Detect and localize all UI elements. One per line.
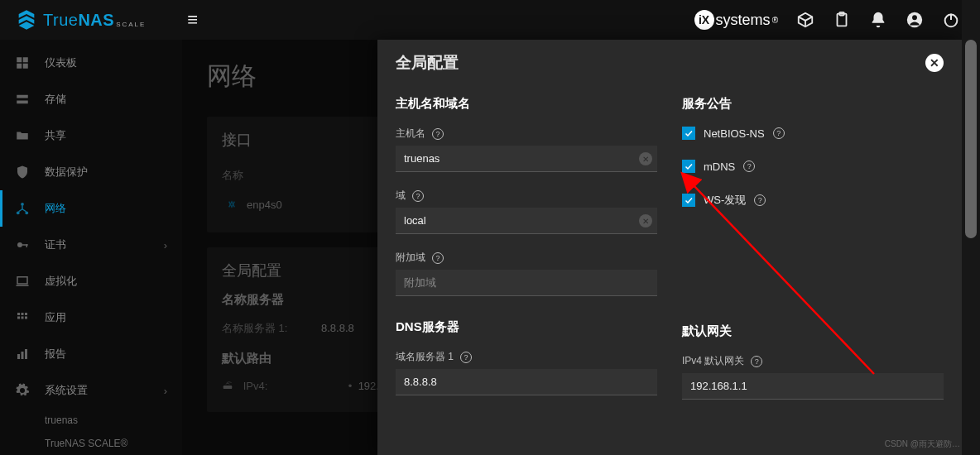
section-heading: 服务公告 xyxy=(682,96,944,112)
ixsystems-logo[interactable]: iXsystems® xyxy=(694,10,778,30)
sidebar-sub-version: TrueNAS SCALE® xyxy=(0,432,182,455)
field-ipv4-gateway: IPv4 默认网关? xyxy=(682,354,944,400)
sidebar-item-label: 存储 xyxy=(45,92,66,107)
checkbox-label: WS-发现 xyxy=(704,193,746,208)
sidebar-item-label: 虚拟化 xyxy=(45,274,77,289)
checkbox-label: mDNS xyxy=(704,160,735,173)
laptop-icon xyxy=(15,274,30,289)
field-label: 域 xyxy=(396,189,406,203)
clear-icon[interactable]: ✕ xyxy=(639,152,652,165)
sidebar-item-credentials[interactable]: 证书› xyxy=(0,227,182,263)
section-heading: 主机名和域名 xyxy=(396,96,657,112)
clipboard-icon[interactable] xyxy=(833,11,851,29)
field-additional-domain: 附加域? xyxy=(396,251,657,296)
help-icon[interactable]: ? xyxy=(751,356,762,367)
sidebar-item-label: 应用 xyxy=(45,310,66,325)
additional-domain-input[interactable] xyxy=(396,270,657,296)
svg-rect-14 xyxy=(23,64,28,69)
cube-icon[interactable] xyxy=(796,11,814,29)
field-label: 主机名 xyxy=(396,127,425,141)
domain-input[interactable] xyxy=(396,208,657,234)
dashboard-icon xyxy=(15,55,30,70)
svg-rect-23 xyxy=(17,277,27,284)
sidebar-item-reporting[interactable]: 报告 xyxy=(0,336,182,372)
chevron-right-icon: › xyxy=(164,239,167,251)
power-icon[interactable] xyxy=(942,11,960,29)
dns1-input[interactable] xyxy=(396,369,657,395)
svg-rect-12 xyxy=(23,57,28,62)
sidebar-item-label: 仪表板 xyxy=(45,55,77,70)
sidebar-item-virtualization[interactable]: 虚拟化 xyxy=(0,263,182,299)
watermark: CSDN @雨天避防… xyxy=(885,438,960,450)
field-domain: 域? ✕ xyxy=(396,189,657,234)
shield-icon xyxy=(15,165,30,180)
field-label: 附加域 xyxy=(396,251,425,265)
sidebar-item-dashboard[interactable]: 仪表板 xyxy=(0,45,182,81)
sidebar-item-label: 系统设置 xyxy=(45,383,88,398)
key-icon xyxy=(15,237,30,252)
sidebar-item-shares[interactable]: 共享 xyxy=(0,117,182,154)
checkbox-ws-discovery[interactable]: WS-发现 ? xyxy=(682,193,944,208)
apps-icon xyxy=(15,310,30,325)
sidebar-item-data-protection[interactable]: 数据保护 xyxy=(0,154,182,190)
checkbox-label: NetBIOS-NS xyxy=(704,127,765,140)
help-icon[interactable]: ? xyxy=(754,194,766,206)
help-icon[interactable]: ? xyxy=(412,190,424,202)
sidebar-item-network[interactable]: 网络 xyxy=(0,190,182,227)
svg-rect-11 xyxy=(17,57,22,62)
svg-rect-28 xyxy=(17,317,20,319)
help-icon[interactable]: ? xyxy=(460,352,472,363)
checkbox-icon xyxy=(682,194,695,207)
sidebar-item-storage[interactable]: 存储 xyxy=(0,81,182,117)
folder-shared-icon xyxy=(15,128,30,143)
help-icon[interactable]: ? xyxy=(432,128,444,140)
svg-rect-15 xyxy=(17,95,28,98)
sidebar-item-label: 报告 xyxy=(45,347,66,362)
panel-left-column: 主机名和域名 主机名? ✕ 域? ✕ 附加域? DNS服务器 域名服务器 1? xyxy=(396,89,657,416)
section-heading: 默认网关 xyxy=(682,323,944,339)
field-hostname: 主机名? ✕ xyxy=(396,127,657,172)
sidebar-item-apps[interactable]: 应用 xyxy=(0,299,182,336)
svg-marker-2 xyxy=(19,22,35,29)
bar-chart-icon xyxy=(15,347,30,362)
interface-name: enp4s0 xyxy=(247,199,282,211)
help-icon[interactable]: ? xyxy=(432,252,444,264)
clear-icon[interactable]: ✕ xyxy=(639,214,652,228)
checkbox-netbios[interactable]: NetBIOS-NS ? xyxy=(682,127,944,140)
chevron-right-icon: › xyxy=(164,385,167,397)
page-scrollbar[interactable] xyxy=(962,0,980,455)
sidebar-item-system[interactable]: 系统设置› xyxy=(0,372,182,409)
interface-icon xyxy=(225,198,238,211)
panel-title: 全局配置 xyxy=(396,52,459,74)
checkbox-icon xyxy=(682,160,695,173)
svg-rect-25 xyxy=(17,313,20,315)
help-icon[interactable]: ? xyxy=(773,127,785,139)
gear-icon xyxy=(15,383,30,398)
global-config-panel: 全局配置 ✕ 主机名和域名 主机名? ✕ 域? ✕ 附加域? DNS服务器 域名… xyxy=(377,40,962,455)
help-icon[interactable]: ? xyxy=(743,160,755,172)
account-icon[interactable] xyxy=(906,11,924,29)
bell-icon[interactable] xyxy=(869,11,887,29)
field-dns1: 域名服务器 1? xyxy=(396,350,657,395)
svg-rect-33 xyxy=(25,349,27,359)
menu-toggle-icon[interactable]: ≡ xyxy=(187,9,198,31)
svg-point-8 xyxy=(912,15,917,20)
checkbox-icon xyxy=(682,127,695,140)
close-button[interactable]: ✕ xyxy=(925,54,944,72)
panel-right-column: 服务公告 NetBIOS-NS ? mDNS ? WS-发现 ? 默认网关 IP… xyxy=(682,89,944,416)
storage-icon xyxy=(15,92,30,107)
svg-point-20 xyxy=(17,242,22,247)
svg-rect-29 xyxy=(22,317,24,319)
svg-point-17 xyxy=(21,203,24,206)
ix-badge-icon: iX xyxy=(694,10,714,30)
svg-rect-26 xyxy=(22,313,24,315)
checkbox-mdns[interactable]: mDNS ? xyxy=(682,160,944,173)
ipv4-gateway-input[interactable] xyxy=(682,373,944,400)
svg-point-35 xyxy=(224,386,226,388)
field-label: 域名服务器 1 xyxy=(396,350,454,364)
topbar-actions: iXsystems® xyxy=(694,10,973,30)
sidebar: 仪表板 存储 共享 数据保护 网络 证书› 虚拟化 应用 报告 系统设置› tr… xyxy=(0,40,182,455)
brand-logo[interactable]: TrueNAS SCALE xyxy=(7,8,154,31)
sidebar-item-label: 共享 xyxy=(45,128,66,143)
hostname-input[interactable] xyxy=(396,146,657,172)
